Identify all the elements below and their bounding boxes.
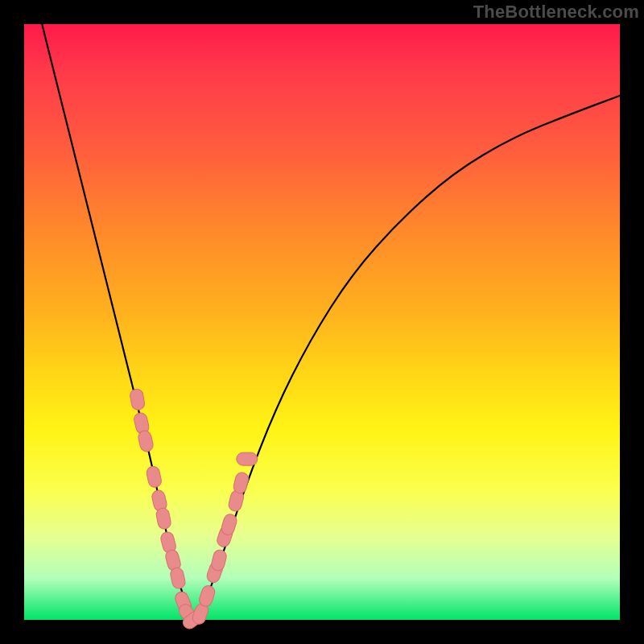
- svg-rect-3: [146, 465, 163, 489]
- marker: [129, 388, 145, 411]
- svg-rect-19: [232, 471, 250, 494]
- svg-rect-0: [129, 388, 145, 411]
- svg-rect-20: [237, 452, 258, 465]
- marker: [155, 507, 172, 530]
- marker: [210, 548, 228, 572]
- svg-rect-15: [210, 548, 228, 572]
- chart-frame: TheBottleneck.com: [0, 0, 644, 644]
- svg-rect-2: [137, 430, 154, 453]
- svg-rect-5: [155, 507, 172, 530]
- svg-rect-8: [169, 567, 186, 590]
- bottleneck-curve: [42, 24, 620, 617]
- marker: [169, 567, 186, 590]
- highlighted-points-group: [129, 388, 257, 631]
- watermark-text: TheBottleneck.com: [473, 2, 639, 23]
- marker: [137, 430, 154, 453]
- marker: [146, 465, 163, 489]
- marker: [232, 471, 250, 494]
- curve-layer: [24, 24, 620, 620]
- marker: [237, 452, 258, 465]
